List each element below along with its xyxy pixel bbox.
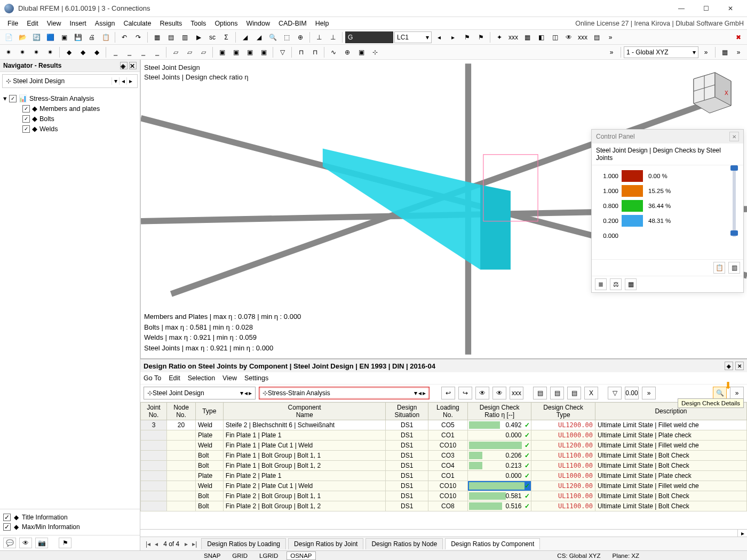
rp-show-icon[interactable]: 👁 — [475, 387, 489, 399]
loadcase-g[interactable]: G — [345, 31, 393, 43]
menu-view[interactable]: View — [43, 19, 66, 28]
find-icon[interactable]: 🔍 — [266, 31, 279, 43]
col-header[interactable]: Design CheckRatio η [--] — [467, 403, 531, 420]
solid2-icon[interactable]: ▣ — [229, 46, 242, 58]
grid-icon[interactable]: ▦ — [521, 31, 534, 43]
table1-icon[interactable]: ▦ — [150, 31, 163, 43]
sum-icon[interactable]: Σ — [220, 31, 233, 43]
results-tab[interactable]: Design Ratios by Component — [445, 538, 540, 549]
rp-expand-icon[interactable]: » — [642, 387, 656, 399]
node-blue-icon[interactable]: ◆ — [90, 46, 103, 58]
surf1-icon[interactable]: ▱ — [169, 46, 182, 58]
pin-icon[interactable]: ◈ — [120, 62, 128, 69]
rp-menu-edit[interactable]: Edit — [169, 374, 180, 382]
cp-colorscale-icon[interactable]: ▥ — [728, 262, 740, 274]
osnap-toggle[interactable]: OSNAP — [287, 551, 315, 560]
table-row[interactable]: PlateFin Plate 1 | Plate 1DS1CO10.000✓UL… — [141, 430, 747, 441]
close-button[interactable]: ✕ — [718, 1, 743, 16]
member2-icon[interactable]: ⎯ — [123, 46, 136, 58]
chat-icon[interactable]: 💬 — [3, 538, 16, 548]
rp-xxx-icon[interactable]: xxx — [510, 387, 523, 399]
new-icon[interactable]: 📄 — [2, 31, 15, 43]
cp-tab1-icon[interactable]: ≣ — [595, 278, 607, 290]
view-cfg-icon[interactable]: ▦ — [718, 46, 731, 58]
cp-edit-icon[interactable]: 📋 — [713, 262, 725, 274]
flag2-icon[interactable]: ⚑ — [474, 31, 487, 43]
cp-close-icon[interactable]: ✕ — [729, 132, 739, 141]
solid3-icon[interactable]: ▣ — [243, 46, 256, 58]
xxx2-icon[interactable]: xxx — [576, 31, 589, 43]
prev-lc-icon[interactable]: ◂ — [433, 31, 446, 43]
col-header[interactable]: NodeNo. — [167, 403, 196, 420]
section-icon[interactable]: ◧ — [535, 31, 547, 43]
member4-icon[interactable]: ⎯ — [150, 46, 163, 58]
rp-addon-dropdown[interactable]: ⊹ Steel Joint Design▾◂▸ — [144, 387, 256, 399]
split-icon[interactable]: ◫ — [549, 31, 561, 43]
coord-system-dropdown[interactable]: 1 - Global XYZ▾ — [624, 46, 698, 58]
col-header[interactable]: DesignSituation — [386, 403, 428, 420]
solid1-icon[interactable]: ▣ — [216, 46, 228, 58]
eye-icon[interactable]: 👁 — [562, 31, 575, 43]
sel-red-icon[interactable]: ◢ — [252, 31, 265, 43]
rp-filter-icon[interactable]: ▽ — [608, 387, 622, 399]
cube-icon[interactable]: ▣ — [58, 31, 70, 43]
next-lc-icon[interactable]: ▸ — [447, 31, 459, 43]
tree-item[interactable]: ✓◆Welds — [22, 124, 137, 134]
rp-decimals-icon[interactable]: 0.00 — [625, 387, 639, 399]
cp-tab3-icon[interactable]: ▦ — [625, 278, 637, 290]
node-red-icon[interactable]: ◆ — [76, 46, 89, 58]
menu-window[interactable]: Window — [242, 19, 274, 28]
minimize-button[interactable]: — — [669, 1, 694, 16]
flag-icon[interactable]: ⚑ — [460, 31, 473, 43]
more3-icon[interactable]: » — [700, 46, 712, 58]
col-header[interactable]: Design CheckType — [531, 403, 595, 420]
rp-menu-settings[interactable]: Settings — [244, 374, 268, 382]
sel-yellow-icon[interactable]: ◢ — [239, 31, 251, 43]
menu-cad-bim[interactable]: CAD-BIM — [274, 19, 311, 28]
rect-sel-icon[interactable]: ⬚ — [280, 31, 293, 43]
menu-edit[interactable]: Edit — [22, 19, 43, 28]
tree-item[interactable]: ✓◆Bolts — [22, 114, 137, 124]
tab-last-icon[interactable]: ▸| — [190, 540, 199, 548]
menu-calculate[interactable]: Calculate — [119, 19, 155, 28]
star1-icon[interactable]: ✷ — [2, 46, 15, 58]
tree-item[interactable]: ✓◆Members and plates — [22, 103, 137, 114]
star4-icon[interactable]: ✷ — [44, 46, 57, 58]
eye2-icon[interactable]: 👁 — [19, 538, 32, 548]
flag3-icon[interactable]: ⚑ — [59, 538, 71, 548]
rp-close-icon[interactable]: ✕ — [735, 362, 744, 370]
more4-icon[interactable]: » — [732, 46, 745, 58]
tab-first-icon[interactable]: |◂ — [144, 540, 153, 548]
menu-results[interactable]: Results — [156, 19, 187, 28]
rp-fwd-icon[interactable]: ↪ — [458, 387, 472, 399]
table-row[interactable]: BoltFin Plate 1 | Bolt Group | Bolt 1, 2… — [141, 461, 747, 471]
col-header[interactable]: JointNo. — [141, 403, 167, 420]
reload-icon[interactable]: 🔄 — [30, 31, 43, 43]
table-row[interactable]: WeldFin Plate 1 | Plate Cut 1 | WeldDS1C… — [141, 441, 747, 451]
wave-icon[interactable]: ∿ — [327, 46, 340, 58]
print-icon[interactable]: 🖨 — [85, 31, 98, 43]
tab-prev-icon[interactable]: ◂ — [153, 540, 160, 548]
close-panel-icon[interactable]: ✕ — [129, 62, 137, 69]
member3-icon[interactable]: ⎯ — [137, 46, 149, 58]
lgrid-toggle[interactable]: LGRID — [256, 552, 281, 559]
snap-toggle[interactable]: SNAP — [201, 552, 224, 559]
model-icon[interactable]: 🟦 — [44, 31, 57, 43]
beam1-icon[interactable]: ⊓ — [295, 46, 307, 58]
save-icon[interactable]: 💾 — [71, 31, 84, 43]
results-table[interactable]: JointNo.NodeNo.TypeComponentNameDesignSi… — [140, 402, 747, 511]
nav-footer-item[interactable]: ✓◆Max/Min Information — [3, 522, 137, 532]
surf2-icon[interactable]: ▱ — [183, 46, 196, 58]
rp-show2-icon[interactable]: 👁 — [492, 387, 506, 399]
col-header[interactable]: LoadingNo. — [428, 403, 468, 420]
rp-back-icon[interactable]: ↩ — [441, 387, 455, 399]
member1-icon[interactable]: ⎯ — [109, 46, 122, 58]
viewport-3d[interactable]: Steel Joint DesignSteel Joints | Design … — [140, 60, 747, 358]
nav-cube[interactable]: X — [683, 63, 736, 116]
menu-file[interactable]: File — [3, 19, 22, 28]
menu-insert[interactable]: Insert — [66, 19, 91, 28]
open-icon[interactable]: 📂 — [16, 31, 29, 43]
table-row[interactable]: 320WeldSteife 2 | Blechschnitt 6 | Schwe… — [141, 420, 747, 430]
table-row[interactable]: BoltFin Plate 2 | Bolt Group | Bolt 1, 1… — [141, 491, 747, 501]
delete-icon[interactable]: ✖ — [732, 31, 745, 43]
